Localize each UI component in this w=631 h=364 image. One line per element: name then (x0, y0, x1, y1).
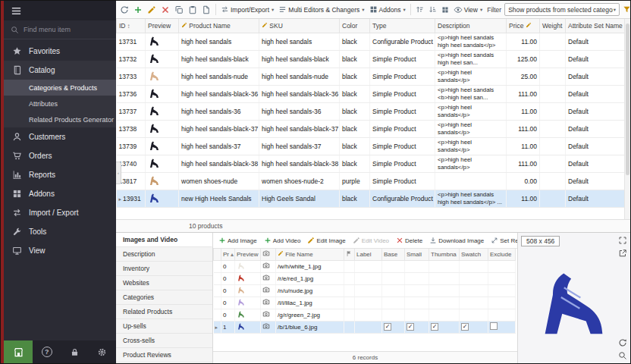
grid-scrollbar-thumb[interactable] (626, 24, 629, 175)
tab-inventory[interactable]: Inventory (116, 262, 212, 276)
layout-button[interactable] (440, 5, 450, 14)
row-expander-icon[interactable]: ▸ (119, 196, 122, 202)
sidebar-item-favorites[interactable]: Favorites (4, 42, 116, 61)
product-row-13817[interactable]: 13817women shoes-nudewomen shoes-nude-2p… (117, 172, 626, 190)
product-row-13733[interactable]: 13733high heel sandals-nudehigh heel san… (117, 67, 626, 85)
col-thumbna[interactable]: Thumbna (429, 249, 460, 260)
sidebar-item-orders[interactable]: Orders (4, 146, 116, 165)
col-weight[interactable]: Weight (540, 19, 566, 33)
image-row-l-i-lilac-1-jpg[interactable]: 0/l/i/lilac_1.jpg (214, 297, 516, 309)
col-pr[interactable]: Pr▴ (221, 249, 235, 260)
image-row-r-e-red-1-jpg[interactable]: 0/r/e/red_1.jpg (214, 272, 516, 284)
paste-button[interactable] (187, 5, 199, 15)
edit-image-button[interactable]: Edit Image (306, 236, 347, 245)
col-flag[interactable] (344, 249, 355, 260)
tab-up-sells[interactable]: Up-sells (116, 319, 212, 334)
sidebar-item-tools[interactable]: Tools (4, 222, 116, 241)
swatch-checkbox[interactable]: ✓ (461, 323, 469, 331)
sidebar-item-customers[interactable]: Customers (4, 127, 116, 146)
col-color[interactable]: Color (340, 19, 370, 33)
col-product-name[interactable]: Product Name (179, 19, 259, 33)
gear-icon[interactable] (97, 347, 107, 357)
image-row-n-u-nude-jpg[interactable]: 0/n/u/nude.jpg (214, 284, 516, 297)
sidebar-subitem-related-products-generator[interactable]: Related Products Generator (4, 111, 116, 127)
tab-cross-sells[interactable]: Cross-sells (116, 334, 212, 348)
addons-menu[interactable]: Addons▾ (368, 5, 407, 14)
base-checkbox[interactable]: ✓ (384, 323, 391, 331)
grid-scrollbar[interactable] (624, 19, 630, 219)
delete-image-button[interactable]: Delete (394, 236, 424, 245)
col-base[interactable]: Base (382, 249, 405, 260)
tab-categories[interactable]: Categories (116, 290, 212, 305)
product-row-13737[interactable]: 13737high heel sandals-36high heel sanda… (117, 102, 626, 120)
add-image-button[interactable]: Add Image (217, 236, 259, 245)
filters-menu[interactable]: Filters▾ (621, 5, 630, 14)
small-checkbox[interactable]: ✓ (407, 323, 414, 331)
sidebar-item-catalog[interactable]: Catalog (4, 61, 116, 80)
rotate-refresh-icon[interactable] (618, 338, 627, 347)
lock-icon[interactable] (70, 347, 80, 357)
row-expander-icon[interactable]: ▸ (215, 325, 218, 330)
col-sku[interactable]: SKU (259, 19, 340, 33)
edit-product-button[interactable] (146, 5, 158, 15)
copy-button[interactable] (173, 5, 185, 15)
columns-button[interactable] (200, 5, 212, 15)
panel-collapse-handle[interactable]: ‹ (116, 162, 121, 184)
menu-icon[interactable] (11, 5, 22, 17)
tab-websites[interactable]: Websites (116, 276, 212, 290)
sidebar-item-reports[interactable]: Reports (4, 165, 116, 184)
help-icon[interactable]: ? (42, 347, 52, 357)
image-row-b-1-blue-6-jpg[interactable]: ▸1/b/1/blue_6.jpg✓✓✓✓ (214, 321, 516, 333)
expand-icon[interactable] (618, 236, 627, 245)
refresh-button[interactable] (118, 5, 130, 15)
category-filter-select[interactable]: Show products from selected categories▾ (504, 3, 620, 16)
col-label[interactable]: Label (355, 249, 382, 260)
col-id[interactable]: ID↕ (117, 19, 146, 33)
image-row-g-r-green-2-jpg[interactable]: 0/g/r/green_2.jpg (214, 309, 516, 321)
sidebar-item-view[interactable]: View (4, 241, 116, 260)
import-export-menu[interactable]: Import/Export▾ (219, 5, 275, 14)
col-preview[interactable]: Preview (235, 249, 261, 260)
delete-product-button[interactable] (159, 5, 171, 15)
col-file-name[interactable]: File Name (276, 249, 344, 260)
sidebar-subitem-attributes[interactable]: Attributes (4, 96, 116, 111)
image-row-w-h-white-1-jpg[interactable]: 0/w/h/white_1.jpg (214, 260, 516, 272)
tab-images-and-video[interactable]: Images and Video (116, 233, 212, 247)
zoom-icon[interactable] (618, 351, 627, 360)
col-price[interactable]: Price (507, 19, 540, 33)
add-product-button[interactable] (132, 5, 144, 15)
multi-editors-menu[interactable]: Multi Editors & Changers▾ (277, 5, 366, 14)
tab-description[interactable]: Description (116, 247, 212, 262)
product-row-13736[interactable]: 13736high heel sandals-black-36high heel… (117, 85, 626, 102)
sidebar-item-addons[interactable]: Addons (4, 184, 116, 203)
add-video-button[interactable]: Add Video (262, 236, 303, 245)
tab-related-products[interactable]: Related Products (116, 305, 212, 319)
col-swatch[interactable]: Swatch (460, 249, 488, 260)
thumbnail-checkbox[interactable]: ✓ (431, 323, 438, 331)
sidebar-search-input[interactable] (24, 26, 103, 33)
sort-desc-button[interactable] (427, 5, 438, 14)
external-link-icon[interactable] (618, 249, 627, 258)
set-resize-rule-button[interactable]: Set Resize Rule (489, 236, 517, 245)
col-preview[interactable]: Preview (146, 19, 179, 33)
exclude-checkbox[interactable] (490, 322, 498, 330)
sidebar-item-import-export[interactable]: Import / Export (4, 203, 116, 222)
sort-asc-button[interactable] (414, 5, 425, 14)
col-type[interactable]: Type (370, 19, 435, 33)
product-row-13738[interactable]: 13738high heel sandals-black-37high heel… (117, 120, 626, 137)
download-image-button[interactable]: Download Image (428, 236, 485, 245)
product-row-13732[interactable]: 13732high heel sandals-blackhigh heel sa… (117, 50, 626, 67)
product-row-13740[interactable]: 13740high heel sandals-black-38high heel… (117, 155, 626, 172)
view-menu[interactable]: View▾ (452, 5, 485, 15)
product-row-13931[interactable]: ▸13931new High Heels SandalsHigh Geels S… (117, 190, 626, 207)
col-description[interactable]: Description (435, 19, 507, 33)
product-row-13739[interactable]: 13739high heel sandals-37high heel sanda… (117, 137, 626, 155)
col-attribute-set-name[interactable]: Attribute Set Name (566, 19, 626, 33)
store-pos-button[interactable] (4, 340, 33, 363)
col-camera[interactable] (261, 249, 276, 260)
col-small[interactable]: Small (405, 249, 429, 260)
tab-product-reviews[interactable]: Product Reviews (116, 348, 212, 362)
sidebar-subitem-categories-products[interactable]: Categories & Products (4, 80, 116, 96)
col-exclude[interactable]: Exclude (488, 249, 516, 260)
product-row-13731[interactable]: 13731high heel sandalshigh heel sandalsb… (117, 33, 626, 50)
